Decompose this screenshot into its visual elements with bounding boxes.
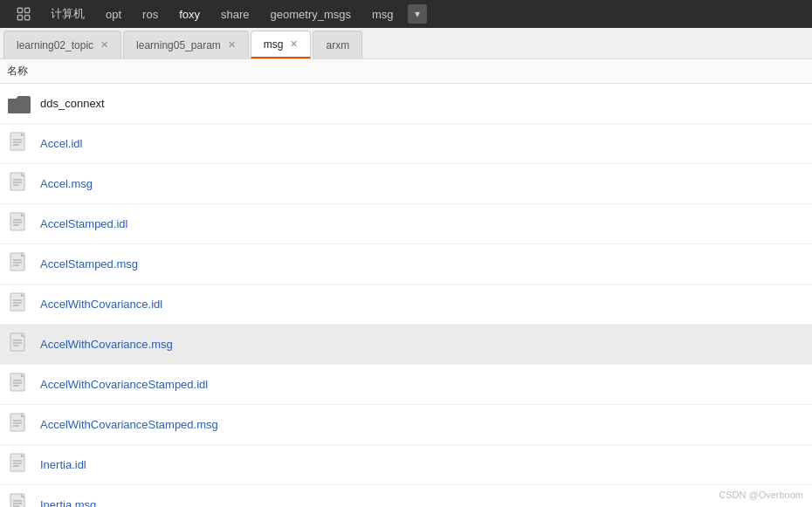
list-item[interactable]: Accel.msg	[0, 164, 812, 204]
tab-label: learning05_param	[136, 39, 221, 51]
tab-arxm[interactable]: arxm	[313, 31, 362, 58]
toolbar-item-computer[interactable]: 计算机	[40, 0, 95, 28]
tab-close-learning02[interactable]: ✕	[100, 40, 108, 50]
tab-label: msg	[264, 38, 284, 51]
toolbar-item-opt[interactable]: opt	[95, 0, 132, 28]
doc-icon	[7, 292, 31, 317]
tab-msg[interactable]: msg ✕	[251, 31, 312, 58]
toolbar-item-msg[interactable]: msg	[361, 0, 404, 28]
name-column-header: 名称	[7, 64, 28, 79]
svg-rect-0	[17, 8, 22, 12]
svg-rect-1	[25, 8, 30, 12]
doc-icon	[7, 332, 31, 357]
file-name: AccelStamped.msg	[40, 257, 138, 271]
doc-icon	[7, 453, 31, 477]
svg-rect-3	[25, 16, 30, 20]
file-name: AccelStamped.idl	[40, 217, 127, 230]
list-item[interactable]: AccelWithCovarianceStamped.idl	[0, 365, 812, 405]
doc-icon	[7, 373, 31, 397]
list-item[interactable]: Inertia.msg	[0, 485, 812, 507]
file-name: dds_connext	[40, 97, 105, 110]
list-item[interactable]: AccelWithCovarianceStamped.msg	[0, 405, 812, 445]
tab-label: arxm	[326, 39, 349, 51]
file-name: AccelWithCovariance.msg	[40, 338, 173, 351]
toolbar-item-share[interactable]: share	[210, 0, 260, 28]
tab-close-msg[interactable]: ✕	[290, 39, 298, 49]
list-item[interactable]: dds_connext	[0, 84, 812, 124]
file-name: Accel.idl	[40, 137, 82, 150]
app-icon[interactable]	[7, 0, 40, 28]
svg-rect-2	[17, 16, 22, 20]
doc-icon	[7, 132, 31, 156]
list-item[interactable]: AccelWithCovariance.msg	[0, 325, 812, 365]
tab-learning02-topic[interactable]: learning02_topic ✕	[3, 31, 121, 58]
list-item[interactable]: Accel.idl	[0, 124, 812, 164]
column-header: 名称	[0, 59, 812, 84]
folder-icon	[7, 92, 31, 116]
doc-icon	[7, 252, 31, 277]
file-name: AccelWithCovariance.idl	[40, 298, 162, 311]
doc-icon	[7, 172, 31, 196]
doc-icon	[7, 493, 31, 508]
file-list: dds_connext Accel.idl Accel.msg	[0, 84, 812, 507]
toolbar-item-foxy[interactable]: foxy	[169, 0, 210, 28]
tab-label: learning02_topic	[17, 39, 93, 51]
list-item[interactable]: AccelStamped.msg	[0, 244, 812, 284]
file-name: AccelWithCovarianceStamped.idl	[40, 378, 208, 391]
list-item[interactable]: Inertia.idl	[0, 445, 812, 485]
watermark: CSDN @Overboom	[719, 490, 803, 500]
file-name: Inertia.msg	[40, 498, 96, 507]
tabbar: learning02_topic ✕ learning05_param ✕ ms…	[0, 28, 812, 59]
toolbar: 计算机 opt ros foxy share geometry_msgs msg…	[0, 0, 812, 28]
list-item[interactable]: AccelWithCovariance.idl	[0, 284, 812, 325]
tab-learning05-param[interactable]: learning05_param ✕	[123, 31, 249, 58]
file-name: Accel.msg	[40, 177, 93, 190]
file-name: AccelWithCovarianceStamped.msg	[40, 418, 218, 431]
toolbar-dropdown[interactable]: ▾	[408, 4, 427, 24]
file-name: Inertia.idl	[40, 458, 86, 471]
doc-icon	[7, 413, 31, 437]
list-item[interactable]: AccelStamped.idl	[0, 204, 812, 244]
svg-rect-5	[8, 99, 31, 113]
toolbar-item-geometry-msgs[interactable]: geometry_msgs	[260, 0, 361, 28]
toolbar-item-ros[interactable]: ros	[132, 0, 169, 28]
tab-close-learning05[interactable]: ✕	[228, 40, 236, 50]
doc-icon	[7, 212, 31, 236]
